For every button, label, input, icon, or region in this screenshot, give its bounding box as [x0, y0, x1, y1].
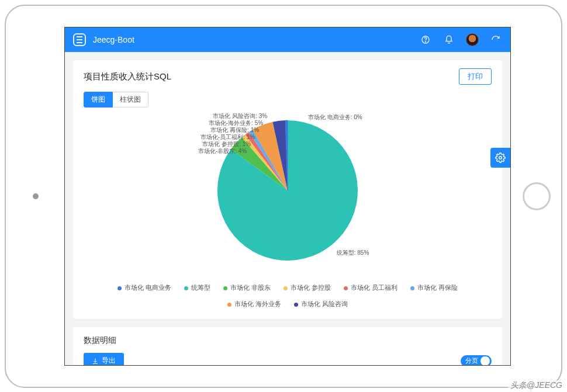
download-icon [92, 358, 99, 365]
chart-card: 项目性质收入统计SQL 打印 饼图 柱状图 [73, 60, 502, 319]
chart-tabs: 饼图 柱状图 [84, 92, 492, 107]
slice-label: 市场化-非股东: 4% [198, 147, 247, 155]
legend-item[interactable]: 市场化 海外业务 [227, 300, 281, 308]
settings-gear-button[interactable] [490, 148, 510, 168]
content-scroll[interactable]: 项目性质收入统计SQL 打印 饼图 柱状图 [65, 52, 510, 365]
slice-label: 市场化 电商业务: 0% [308, 113, 362, 122]
bell-icon[interactable] [442, 33, 455, 46]
export-button[interactable]: 导出 [84, 353, 124, 365]
topbar: Jeecg-Boot [65, 27, 510, 52]
pagination-toggle[interactable]: 分页 [461, 355, 492, 366]
watermark: 头条@JEECG [508, 380, 565, 391]
pie-chart: 市场化 电商业务: 0% 市场化 风险咨询: 3% 市场化-海外业务: 5% 市… [84, 111, 492, 280]
toggle-knob [480, 356, 490, 366]
legend-item[interactable]: 市场化 非股东 [223, 284, 271, 292]
menu-icon[interactable] [73, 33, 86, 46]
help-icon[interactable] [419, 33, 432, 46]
app-title: Jeecg-Boot [93, 35, 134, 44]
svg-point-2 [499, 157, 502, 159]
legend-label: 市场化 风险咨询 [301, 300, 348, 308]
legend-item[interactable]: 市场化 电商业务 [117, 284, 171, 292]
tab-pie[interactable]: 饼图 [84, 92, 113, 107]
home-button[interactable] [523, 182, 551, 210]
legend-item[interactable]: 市场化 参控股 [284, 284, 331, 292]
legend-label: 统筹型 [191, 284, 210, 292]
refresh-icon[interactable] [489, 33, 502, 46]
print-button[interactable]: 打印 [459, 68, 492, 85]
legend-label: 市场化 再保险 [417, 284, 458, 292]
export-label: 导出 [102, 356, 116, 365]
legend-label: 市场化 海外业务 [234, 300, 281, 308]
legend-item[interactable]: 统筹型 [184, 284, 210, 292]
legend-label: 市场化 电商业务 [125, 284, 171, 292]
legend-label: 市场化 非股东 [230, 284, 271, 292]
toggle-label: 分页 [465, 356, 478, 365]
legend-item[interactable]: 市场化 风险咨询 [294, 300, 348, 308]
legend-item[interactable]: 市场化 员工福利 [344, 284, 397, 292]
app-screen: Jeecg-Boot 项目性质收入统计SQL 打印 [64, 27, 511, 366]
legend-label: 市场化 参控股 [291, 284, 331, 292]
avatar[interactable] [466, 33, 479, 46]
camera-dot [33, 193, 39, 199]
details-title: 数据明细 [84, 335, 492, 346]
tablet-frame: Jeecg-Boot 项目性质收入统计SQL 打印 [5, 5, 562, 388]
slice-label: 统筹型: 85% [337, 249, 369, 257]
tab-bar[interactable]: 柱状图 [113, 92, 148, 107]
legend: 市场化 电商业务 统筹型 市场化 非股东 市场化 参控股 市场化 员工福利 市场… [84, 280, 492, 311]
legend-label: 市场化 员工福利 [351, 284, 397, 292]
svg-point-1 [425, 41, 426, 42]
gear-icon [495, 152, 506, 163]
legend-item[interactable]: 市场化 再保险 [410, 284, 458, 292]
details-card: 数据明细 导出 分页 # 项目性质 保险经纪佣金费 风险咨询费 [73, 327, 502, 365]
page-title: 项目性质收入统计SQL [84, 71, 171, 82]
